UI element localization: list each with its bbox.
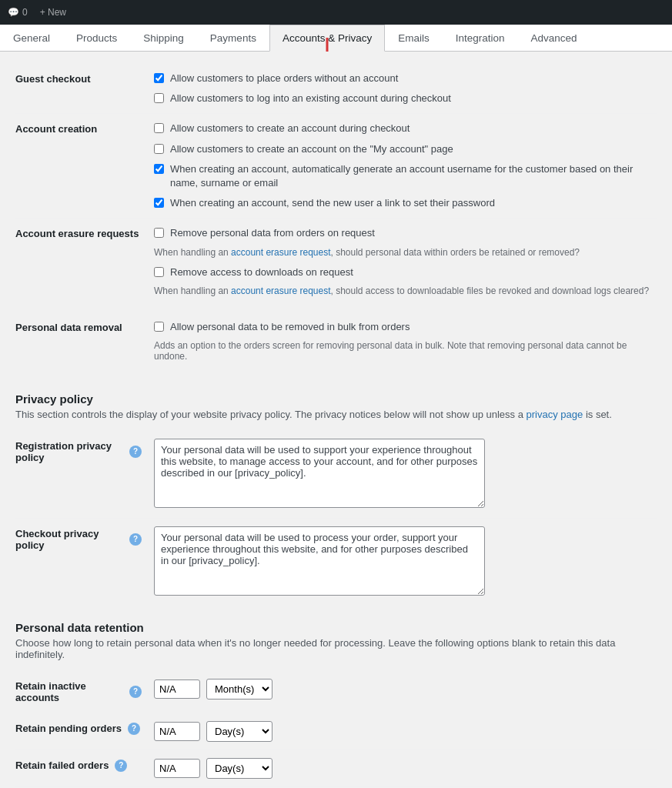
admin-bar-new[interactable]: + New	[40, 7, 66, 18]
personal-data-removal-label: Personal data removal	[15, 312, 154, 377]
account-creation-label: Account creation	[15, 114, 154, 219]
retention-row-retain_failed: Retain failed orders ? Day(s)Month(s)Wee…	[15, 750, 657, 786]
guest-checkout-label: Guest checkout	[15, 64, 154, 114]
account-erasure-link-1[interactable]: account erasure request	[231, 247, 330, 258]
account-creation-checkbox-4[interactable]	[154, 198, 164, 208]
tab-advanced[interactable]: Advanced	[518, 25, 590, 52]
privacy-policy-title: Privacy policy	[15, 392, 657, 406]
retention-label-retain_inactive: Retain inactive accounts ?	[15, 671, 154, 713]
checkout-privacy-row: Checkout privacy policy ?	[15, 518, 657, 606]
tab-shipping[interactable]: Shipping	[130, 25, 197, 52]
retention-input-retain_pending[interactable]	[154, 722, 200, 741]
retention-title: Personal data retention	[15, 621, 657, 634]
retention-input-retain_inactive[interactable]	[154, 679, 200, 699]
erasure-subtext-1: When handling an account erasure request…	[154, 247, 657, 258]
account-erasure-link-2[interactable]: account erasure request	[231, 285, 330, 296]
checkout-privacy-help-icon[interactable]: ?	[129, 533, 142, 546]
retention-select-retain_pending[interactable]: Day(s)Month(s)Week(s)Year(s)	[206, 721, 272, 742]
account-erasure-options: Remove personal data from orders on requ…	[154, 219, 657, 312]
tab-emails[interactable]: Emails	[385, 25, 443, 52]
guest-checkout-option-2: Allow customers to log into an existing …	[154, 92, 657, 105]
account-creation-row: Account creation Allow customers to crea…	[15, 114, 657, 219]
registration-privacy-label: Registration privacy policy ?	[15, 431, 154, 519]
tab-integration[interactable]: Integration	[443, 25, 518, 52]
data-removal-checkbox-1[interactable]	[154, 322, 164, 332]
tab-payments[interactable]: Payments	[197, 25, 269, 52]
account-erasure-label: Account erasure requests	[15, 219, 154, 312]
account-creation-option-2: Allow customers to create an account on …	[154, 142, 657, 156]
account-creation-option-1: Allow customers to create an account dur…	[154, 122, 657, 135]
checkout-privacy-textarea-wrap	[154, 518, 657, 606]
guest-checkout-checkbox-1-label: Allow customers to place orders without …	[170, 72, 398, 85]
settings-table: Guest checkout Allow customers to place …	[15, 64, 657, 377]
account-creation-option-3: When creating an account, automatically …	[154, 162, 657, 190]
account-erasure-row: Account erasure requests Remove personal…	[15, 219, 657, 312]
account-creation-checkbox-1-label: Allow customers to create an account dur…	[170, 122, 410, 135]
retention-control-retain_inactive: Month(s)Day(s)Week(s)Year(s)	[154, 671, 657, 713]
account-creation-checkbox-2[interactable]	[154, 144, 164, 154]
guest-checkout-checkbox-2-label: Allow customers to log into an existing …	[170, 92, 451, 105]
retention-select-retain_inactive[interactable]: Month(s)Day(s)Week(s)Year(s)	[206, 679, 272, 700]
tab-general[interactable]: General	[0, 25, 63, 52]
account-creation-option-4: When creating an account, send the new u…	[154, 196, 657, 210]
retention-select-retain_failed[interactable]: Day(s)Month(s)Week(s)Year(s)	[206, 758, 272, 779]
retention-help-icon-retain_failed[interactable]: ?	[115, 760, 127, 772]
retention-help-icon-retain_inactive[interactable]: ?	[129, 686, 142, 698]
checkout-privacy-label-wrap: Checkout privacy policy ?	[15, 528, 142, 551]
account-creation-checkbox-2-label: Allow customers to create an account on …	[170, 142, 453, 156]
retention-settings-table: Retain inactive accounts ? Month(s)Day(s…	[15, 671, 657, 788]
retention-label-retain_failed: Retain failed orders ?	[15, 750, 154, 786]
erasure-checkbox-1[interactable]	[154, 228, 164, 238]
registration-privacy-help-icon[interactable]: ?	[129, 446, 142, 458]
guest-checkout-row: Guest checkout Allow customers to place …	[15, 64, 657, 114]
tab-navigation: General Products Shipping Payments Accou…	[0, 25, 672, 52]
privacy-policy-section: Privacy policy This section controls the…	[15, 392, 657, 606]
retention-description: Choose how long to retain personal data …	[15, 637, 657, 660]
settings-content: Guest checkout Allow customers to place …	[0, 52, 672, 788]
data-removal-checkbox-1-label: Allow personal data to be removed in bul…	[170, 320, 410, 334]
retention-help-icon-retain_pending[interactable]: ?	[128, 723, 140, 735]
erasure-option-1: Remove personal data from orders on requ…	[154, 226, 657, 240]
personal-data-removal-options: Allow personal data to be removed in bul…	[154, 312, 657, 377]
privacy-policy-description: This section controls the display of you…	[15, 409, 657, 420]
erasure-checkbox-1-label: Remove personal data from orders on requ…	[170, 226, 375, 240]
registration-privacy-label-wrap: Registration privacy policy ?	[15, 440, 142, 463]
data-removal-subtext: Adds an option to the orders screen for …	[154, 340, 657, 362]
retention-row-retain_inactive: Retain inactive accounts ? Month(s)Day(s…	[15, 671, 657, 713]
privacy-page-link[interactable]: privacy page	[527, 409, 583, 420]
account-creation-options: Allow customers to create an account dur…	[154, 114, 657, 219]
retention-control-retain_failed: Day(s)Month(s)Week(s)Year(s)	[154, 750, 657, 786]
guest-checkout-checkbox-2[interactable]	[154, 93, 164, 103]
retention-input-retain_failed[interactable]	[154, 759, 200, 778]
guest-checkout-checkbox-1[interactable]	[154, 73, 164, 83]
tab-products[interactable]: Products	[63, 25, 130, 52]
erasure-checkbox-2-label: Remove access to downloads on request	[170, 265, 353, 279]
account-creation-checkbox-4-label: When creating an account, send the new u…	[170, 196, 495, 210]
bubble-icon: 💬	[8, 7, 19, 18]
checkout-privacy-label: Checkout privacy policy ?	[15, 518, 154, 606]
admin-bar: 💬 0 + New	[0, 0, 672, 25]
admin-bar-bubble: 💬 0	[8, 7, 28, 18]
erasure-option-2: Remove access to downloads on request	[154, 265, 657, 279]
erasure-checkbox-2[interactable]	[154, 267, 164, 277]
erasure-subtext-2: When handling an account erasure request…	[154, 285, 657, 296]
privacy-settings-table: Registration privacy policy ? Checkout p…	[15, 431, 657, 606]
account-creation-checkbox-3-label: When creating an account, automatically …	[170, 162, 657, 190]
guest-checkout-option-1: Allow customers to place orders without …	[154, 72, 657, 85]
guest-checkout-options: Allow customers to place orders without …	[154, 64, 657, 114]
retention-label-retain_pending: Retain pending orders ?	[15, 713, 154, 750]
personal-data-removal-row: Personal data removal Allow personal dat…	[15, 312, 657, 377]
account-creation-checkbox-1[interactable]	[154, 123, 164, 133]
account-creation-checkbox-3[interactable]	[154, 164, 164, 174]
registration-privacy-textarea-wrap	[154, 431, 657, 519]
retention-row-retain_pending: Retain pending orders ? Day(s)Month(s)We…	[15, 713, 657, 750]
registration-privacy-textarea[interactable]	[154, 439, 485, 508]
tab-accounts-privacy[interactable]: Accounts & Privacy	[269, 25, 385, 52]
registration-privacy-row: Registration privacy policy ?	[15, 431, 657, 519]
checkout-privacy-textarea[interactable]	[154, 526, 485, 596]
data-removal-option-1: Allow personal data to be removed in bul…	[154, 320, 657, 334]
personal-data-retention-section: Personal data retention Choose how long …	[15, 621, 657, 788]
retention-control-retain_pending: Day(s)Month(s)Week(s)Year(s)	[154, 713, 657, 750]
